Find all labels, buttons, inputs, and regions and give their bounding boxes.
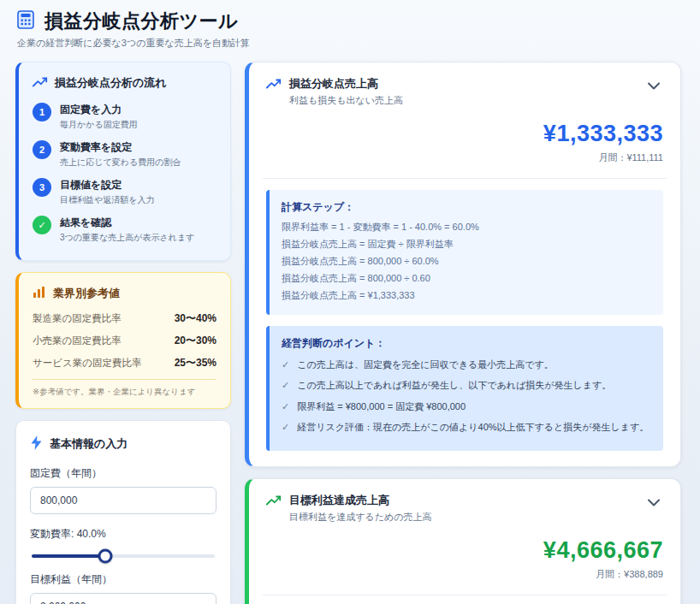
management-point-text: 経営リスク評価：現在の売上がこの値より40%以上低下すると損失が発生します。 [297,421,649,434]
trend-up-icon [266,493,282,524]
industry-row-label: サービス業の固定費比率 [33,357,142,370]
step-label: 結果を確認 [60,216,194,230]
fixed-cost-label: 固定費（年間） [30,466,217,481]
slider-thumb[interactable] [98,549,112,564]
calc-step-line: 損益分岐点売上高 = 800,000 ÷ 60.0% [282,255,651,268]
divider [263,595,667,595]
industry-row: 製造業の固定費比率 30〜40% [33,311,217,326]
management-points-list: ✓ この売上高は、固定費を完全に回収できる最小売上高です。 ✓ この売上高以上で… [282,358,651,435]
target-profit-card: 目標利益達成売上高 目標利益を達成するための売上高 ¥4,666,667 月間：… [245,478,681,604]
industry-panel-header: 業界別参考値 [33,286,217,301]
calculator-icon [15,9,36,33]
variable-rate-label: 変動費率: 40.0% [30,527,217,542]
fixed-cost-input[interactable] [30,487,217,514]
break-even-card: 損益分岐点売上高 利益も損失も出ない売上高 ¥1,333,333 月間：¥111… [245,62,681,467]
calc-step-line: 損益分岐点売上高 = ¥1,333,333 [282,289,651,302]
step-description: 目標利益や返済額を入力 [60,194,154,206]
target-profit-monthly-value: 月間：¥388,889 [266,568,663,581]
break-even-collapse-button[interactable] [644,76,663,96]
industry-note: ※参考値です。業界・企業により異なります [33,379,217,398]
management-point-text: この売上高は、固定費を完全に回収できる最小売上高です。 [297,358,554,371]
flow-panel-header: 損益分岐点分析の流れ [33,75,217,91]
industry-rows: 製造業の固定費比率 30〜40% 小売業の固定費比率 20〜30% サービス業の… [33,311,217,370]
page-title: 損益分岐点分析ツール [44,9,238,34]
form-panel-header: 基本情報の入力 [30,435,217,453]
management-points-title: 経営判断のポイント： [282,336,651,351]
chevron-down-icon [648,496,660,509]
management-point-text: この売上高以上であれば利益が発生し、以下であれば損失が発生します。 [297,379,611,392]
target-profit-label: 目標利益（年間） [30,572,217,587]
step-number-badge: 2 [33,140,51,159]
break-even-analysis-page: 損益分岐点分析ツール 企業の経営判断に必要な3つの重要な売上高を自動計算 損益分… [0,0,700,604]
analysis-flow-panel: 損益分岐点分析の流れ 1 固定費を入力 毎月かかる固定費用 2 変動費率を設定 … [15,62,231,261]
step-label: 変動費率を設定 [60,140,181,155]
break-even-card-title: 損益分岐点売上高 [289,76,403,92]
industry-row-value: 30〜40% [175,311,217,326]
target-profit-input[interactable] [30,593,217,604]
step-description: 毎月かかる固定費用 [60,119,138,131]
management-point-item: ✓ 限界利益 = ¥800,000 = 固定費 ¥800,000 [282,400,651,413]
target-profit-collapse-button[interactable] [644,493,663,512]
industry-row-value: 20〜30% [175,334,217,348]
check-icon: ✓ [282,421,289,434]
management-point-item: ✓ 経営リスク評価：現在の売上がこの値より40%以上低下すると損失が発生します。 [282,421,651,434]
slider-fill [32,554,105,558]
variable-rate-field-group: 変動費率: 40.0% [30,527,217,558]
step-number-badge: ✓ [33,216,51,234]
target-profit-card-title: 目標利益達成売上高 [289,493,432,508]
trend-up-icon [33,76,48,91]
step-description: 売上に応じて変わる費用の割合 [60,157,181,169]
target-profit-field-group: 目標利益（年間） [30,572,217,604]
step-number-badge: 3 [33,178,51,197]
divider [263,178,667,179]
flow-panel-title: 損益分岐点分析の流れ [55,75,167,91]
step-description: 3つの重要な売上高が表示されます [60,232,194,244]
trend-up-icon [266,76,282,107]
left-sidebar: 損益分岐点分析の流れ 1 固定費を入力 毎月かかる固定費用 2 変動費率を設定 … [15,62,231,604]
calc-steps-title: 計算ステップ： [282,200,651,215]
break-even-monthly-value: 月間：¥111,111 [266,151,663,164]
step-label: 目標値を設定 [60,178,154,192]
flow-step: 1 固定費を入力 毎月かかる固定費用 [33,103,217,131]
flow-steps: 1 固定費を入力 毎月かかる固定費用 2 変動費率を設定 売上に応じて変わる費用… [33,103,217,244]
industry-reference-panel: 業界別参考値 製造業の固定費比率 30〜40% 小売業の固定費比率 20〜30%… [15,272,231,409]
calc-steps-list: 限界利益率 = 1 - 変動費率 = 1 - 40.0% = 60.0%損益分岐… [282,221,651,302]
form-panel-title: 基本情報の入力 [50,436,128,452]
calc-step-line: 損益分岐点売上高 = 固定費 ÷ 限界利益率 [282,238,651,251]
flow-step: 3 目標値を設定 目標利益や返済額を入力 [33,178,217,206]
industry-row-value: 25〜35% [175,356,217,370]
results-column: 損益分岐点売上高 利益も損失も出ない売上高 ¥1,333,333 月間：¥111… [245,62,681,604]
step-text: 変動費率を設定 売上に応じて変わる費用の割合 [60,140,181,169]
industry-row: 小売業の固定費比率 20〜30% [33,334,217,348]
flow-step: 2 変動費率を設定 売上に応じて変わる費用の割合 [33,140,217,169]
break-even-calc-steps-panel: 計算ステップ： 限界利益率 = 1 - 変動費率 = 1 - 40.0% = 6… [266,190,663,315]
fixed-cost-field-group: 固定費（年間） [30,466,217,514]
chevron-down-icon [648,80,660,92]
step-text: 固定費を入力 毎月かかる固定費用 [60,103,138,131]
industry-row-label: 製造業の固定費比率 [33,312,122,325]
target-profit-card-subtitle: 目標利益を達成するための売上高 [289,511,432,524]
target-profit-value: ¥4,666,667 [266,537,663,564]
page-subtitle: 企業の経営判断に必要な3つの重要な売上高を自動計算 [17,37,681,50]
step-text: 目標値を設定 目標利益や返済額を入力 [60,178,154,206]
industry-row: サービス業の固定費比率 25〜35% [33,356,217,370]
break-even-card-subtitle: 利益も損失も出ない売上高 [289,94,403,107]
break-even-value: ¥1,333,333 [266,121,663,147]
management-point-item: ✓ この売上高は、固定費を完全に回収できる最小売上高です。 [282,358,651,371]
step-number-badge: 1 [33,103,51,121]
check-icon: ✓ [282,358,289,371]
bolt-icon [30,435,43,453]
variable-rate-slider[interactable] [32,554,215,558]
bar-chart-icon [33,286,46,301]
calc-step-line: 限界利益率 = 1 - 変動費率 = 1 - 40.0% = 60.0% [282,221,651,234]
step-label: 固定費を入力 [60,103,138,117]
management-point-item: ✓ この売上高以上であれば利益が発生し、以下であれば損失が発生します。 [282,379,651,392]
check-icon: ✓ [282,379,289,392]
industry-panel-title: 業界別参考値 [53,286,120,301]
check-icon: ✓ [282,400,289,413]
management-point-text: 限界利益 = ¥800,000 = 固定費 ¥800,000 [297,400,466,413]
flow-step: ✓ 結果を確認 3つの重要な売上高が表示されます [33,216,217,244]
basic-info-form-panel: 基本情報の入力 固定費（年間） 変動費率: 40.0% [15,420,231,604]
calc-step-line: 損益分岐点売上高 = 800,000 ÷ 0.60 [282,272,651,285]
app-header: 損益分岐点分析ツール [15,9,681,34]
